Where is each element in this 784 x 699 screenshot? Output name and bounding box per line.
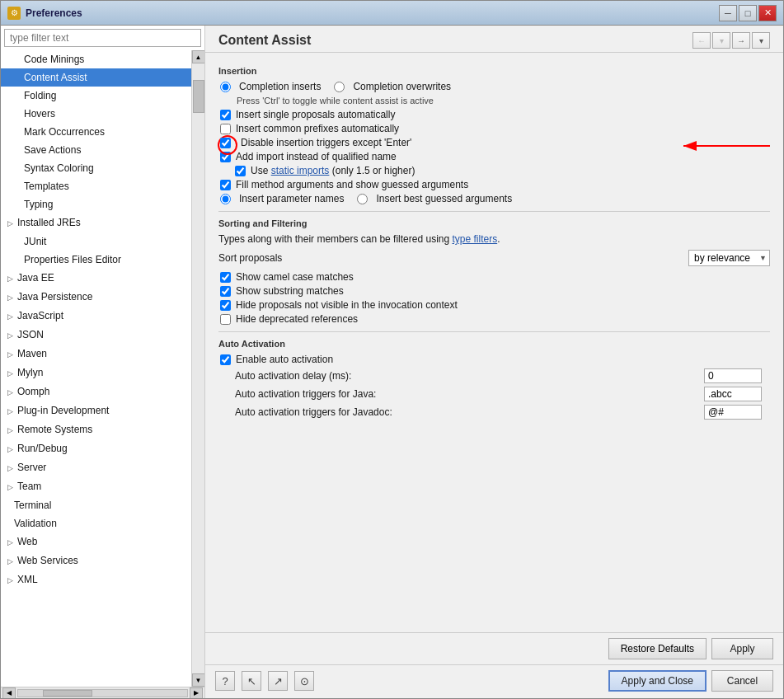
window-title: Preferences (26, 7, 719, 19)
sidebar-item-remote-systems[interactable]: ▷Remote Systems (1, 420, 191, 439)
help-icon-button[interactable]: ? (215, 671, 235, 691)
sidebar-item-maven[interactable]: ▷Maven (1, 345, 191, 364)
sidebar-item-hovers[interactable]: Hovers (1, 105, 191, 123)
hide-not-visible-checkbox[interactable] (220, 300, 231, 311)
disable-triggers-label: Disable insertion triggers except 'Enter… (241, 137, 411, 148)
sidebar-item-java-persistence[interactable]: ▷Java Persistence (1, 288, 191, 307)
sort-proposals-row: Sort proposals by relevance alphabetical… (218, 250, 770, 266)
title-bar: ⚙ Preferences ─ □ ✕ (1, 1, 783, 26)
sidebar-item-junit[interactable]: JUnit (1, 232, 191, 251)
javadoc-triggers-input[interactable] (704, 405, 762, 420)
completion-inserts-option[interactable]: Completion inserts (220, 81, 321, 92)
fill-method-row: Fill method arguments and show guessed a… (218, 179, 770, 190)
nav-back-button[interactable]: ← (692, 32, 711, 49)
completion-inserts-label: Completion inserts (239, 81, 321, 92)
main-content: Code Minings Content Assist Folding Hove… (1, 26, 783, 698)
export-icon-button[interactable]: ↗ (268, 671, 288, 691)
hide-deprecated-checkbox[interactable] (220, 314, 231, 325)
sorting-section-label: Sorting and Filtering (218, 218, 770, 228)
apply-and-close-button[interactable]: Apply and Close (608, 670, 707, 692)
hscroll-right[interactable]: ▶ (190, 687, 203, 699)
completion-overwrites-option[interactable]: Completion overwrites (334, 81, 451, 92)
close-button[interactable]: ✕ (758, 5, 777, 21)
sidebar-item-xml[interactable]: ▷XML (1, 570, 191, 589)
static-imports-link[interactable]: static imports (271, 165, 330, 176)
sidebar-item-code-minings[interactable]: Code Minings (1, 50, 191, 68)
sidebar-item-syntax-coloring[interactable]: Syntax Coloring (1, 159, 191, 177)
insert-param-names-radio[interactable] (220, 194, 231, 204)
circle-icon-button[interactable]: ⊙ (294, 671, 314, 691)
sidebar-item-properties-files[interactable]: Properties Files Editor (1, 251, 191, 269)
sidebar-item-web[interactable]: ▷Web (1, 532, 191, 551)
insert-param-names-option[interactable]: Insert parameter names (220, 193, 344, 204)
sidebar-item-javascript[interactable]: ▷JavaScript (1, 307, 191, 326)
sort-select-wrapper: by relevance alphabetically (688, 250, 770, 266)
sidebar-item-folding[interactable]: Folding (1, 87, 191, 105)
insert-single-checkbox[interactable] (220, 110, 231, 120)
apply-close-bar: ? ↖ ↗ ⊙ Apply and Close Cancel (205, 664, 783, 698)
completion-inserts-radio[interactable] (220, 82, 231, 92)
sidebar-item-typing[interactable]: Typing (1, 195, 191, 213)
substring-matches-checkbox[interactable] (220, 286, 231, 297)
hscroll-left[interactable]: ◀ (2, 687, 16, 699)
scroll-thumb[interactable] (193, 80, 204, 113)
sidebar-item-team[interactable]: ▷Team (1, 477, 191, 496)
sidebar-item-content-assist[interactable]: Content Assist (1, 68, 191, 87)
camel-case-checkbox[interactable] (220, 272, 231, 283)
insert-best-guessed-option[interactable]: Insert best guessed arguments (357, 193, 512, 204)
fill-method-label: Fill method arguments and show guessed a… (236, 179, 468, 190)
sidebar-item-validation[interactable]: Validation (1, 514, 191, 532)
sidebar-item-save-actions[interactable]: Save Actions (1, 141, 191, 159)
java-triggers-label: Auto activation triggers for Java: (235, 388, 697, 400)
sidebar-item-json[interactable]: ▷JSON (1, 326, 191, 345)
preferences-window: ⚙ Preferences ─ □ ✕ Code Minings Content… (0, 0, 784, 699)
sidebar-item-plug-in[interactable]: ▷Plug-in Development (1, 401, 191, 420)
hide-deprecated-row: Hide deprecated references (218, 313, 770, 325)
java-triggers-input[interactable] (704, 387, 762, 401)
delay-input[interactable] (704, 368, 762, 383)
scroll-up-button[interactable]: ▲ (192, 50, 205, 63)
sorting-description-text: Types along with their members can be fi… (218, 233, 452, 245)
sidebar-item-oomph[interactable]: ▷Oomph (1, 382, 191, 401)
sidebar-item-templates[interactable]: Templates (1, 177, 191, 195)
sidebar-item-java-ee[interactable]: ▷Java EE (1, 269, 191, 288)
sidebar-item-server[interactable]: ▷Server (1, 458, 191, 477)
use-static-checkbox[interactable] (235, 166, 246, 176)
filter-input[interactable] (4, 29, 201, 47)
enable-auto-activation-checkbox[interactable] (220, 354, 231, 365)
nav-down-button[interactable]: ▾ (712, 32, 730, 49)
completion-overwrites-radio[interactable] (334, 82, 345, 92)
import-icon-button[interactable]: ↖ (242, 671, 261, 691)
restore-defaults-button[interactable]: Restore Defaults (608, 638, 707, 659)
nav-forward-button[interactable]: → (732, 32, 750, 49)
apply-button[interactable]: Apply (711, 638, 773, 659)
hide-not-visible-label: Hide proposals not visible in the invoca… (236, 299, 458, 311)
sidebar-item-mylyn[interactable]: ▷Mylyn (1, 364, 191, 382)
substring-matches-row: Show substring matches (218, 285, 770, 297)
sidebar-hscroll: ◀ ▶ (1, 687, 204, 698)
minimize-button[interactable]: ─ (719, 5, 737, 21)
parameter-radio-group: Insert parameter names Insert best guess… (218, 193, 770, 204)
sidebar-item-run-debug[interactable]: ▷Run/Debug (1, 439, 191, 458)
sidebar-item-installed-jres[interactable]: ▷Installed JREs (1, 213, 191, 232)
sidebar-item-mark-occurrences[interactable]: Mark Occurrences (1, 123, 191, 141)
sort-select[interactable]: by relevance alphabetically (688, 250, 770, 266)
insert-common-checkbox[interactable] (220, 124, 231, 134)
sidebar-tree: Code Minings Content Assist Folding Hove… (1, 50, 191, 687)
nav-menu-button[interactable]: ▾ (752, 32, 770, 49)
scroll-down-button[interactable]: ▼ (192, 673, 205, 687)
add-import-label: Add import instead of qualified name (236, 151, 397, 162)
auto-activation-section-label: Auto Activation (218, 339, 770, 349)
fill-method-checkbox[interactable] (220, 180, 231, 190)
sidebar-item-terminal[interactable]: Terminal (1, 496, 191, 514)
cancel-button[interactable]: Cancel (711, 670, 773, 692)
insert-best-guessed-radio[interactable] (357, 194, 368, 204)
disable-triggers-checkbox[interactable] (220, 138, 231, 148)
maximize-button[interactable]: □ (739, 5, 757, 21)
hscroll-thumb[interactable] (43, 690, 92, 697)
disable-triggers-row: Disable insertion triggers except 'Enter… (218, 137, 770, 148)
sidebar-scrollbar[interactable]: ▲ ▼ (191, 50, 204, 687)
add-import-checkbox[interactable] (220, 152, 231, 162)
sidebar-item-web-services[interactable]: ▷Web Services (1, 551, 191, 570)
type-filters-link[interactable]: type filters (452, 233, 497, 245)
